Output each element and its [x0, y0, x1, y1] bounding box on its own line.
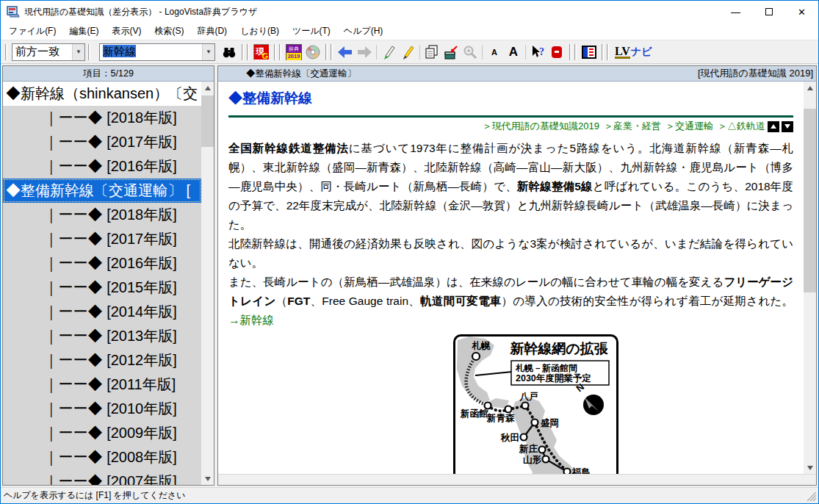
- maximize-icon: [765, 8, 773, 15]
- up-triangle-icon: [771, 124, 776, 129]
- list-item-label: ｜ーー◆ [2008年版]: [44, 449, 177, 465]
- map-title: 新幹線網の拡張: [509, 341, 608, 356]
- zoom-button[interactable]: [461, 43, 480, 61]
- list-scrollbar-thumb[interactable]: [201, 96, 214, 147]
- capture-button[interactable]: [441, 43, 461, 61]
- list-item[interactable]: ｜ーー◆ [2017年版]: [3, 130, 201, 154]
- menu-dictionary[interactable]: 辞典(D): [190, 23, 234, 40]
- toolbar-gripper[interactable]: [273, 44, 283, 60]
- list-item[interactable]: ｜ーー◆ [2016年版]: [3, 251, 201, 276]
- search-mode-select[interactable]: 前方一致 ▼: [12, 43, 85, 61]
- app-icon: [7, 6, 20, 18]
- cd-button[interactable]: [303, 43, 322, 61]
- item-list-panel: 項目：5/129 ◆新幹線（shinkansen）〔交｜ーー◆ [2018年版]…: [2, 65, 214, 486]
- pin-button[interactable]: [547, 43, 566, 61]
- breadcrumb: ＞現代用語の基礎知識2019＞産業・経営＞交通運輸＞△鉄軌道: [478, 120, 765, 133]
- toolbar-gripper[interactable]: [568, 44, 578, 60]
- context-help-button[interactable]: ?: [528, 43, 547, 61]
- scroll-down-icon[interactable]: [804, 461, 816, 474]
- menu-file[interactable]: ファイル(F): [2, 23, 62, 40]
- dictionary-2019-icon: 辞典 2019: [286, 44, 302, 60]
- list-item[interactable]: ｜ーー◆ [2013年版]: [3, 324, 201, 348]
- menu-view[interactable]: 表示(V): [105, 23, 148, 40]
- menu-edit[interactable]: 編集(E): [62, 23, 105, 40]
- list-item-label: ｜ーー◆ [2011年版]: [44, 376, 176, 392]
- toolbar-gripper[interactable]: [240, 44, 250, 60]
- list-item[interactable]: ｜ーー◆ [2011年版]: [3, 372, 201, 397]
- menu-tools[interactable]: ツール(T): [286, 23, 337, 40]
- list-item[interactable]: ｜ーー◆ [2018年版]: [3, 203, 201, 227]
- list-item-label: ｜ーー◆ [2014年版]: [44, 303, 177, 320]
- status-bar: ヘルプを表示するには [F1] を押してください: [1, 487, 818, 503]
- toolbar-gripper[interactable]: [324, 44, 334, 60]
- breadcrumb-row: ＞現代用語の基礎知識2019＞産業・経営＞交通運輸＞△鉄軌道: [228, 120, 793, 133]
- article-body: 全国新幹線鉄道整備法に基づいて1973年に整備計画が決まった5路線をいう。北海道…: [228, 139, 793, 330]
- list-item[interactable]: ◆新幹線（shinkansen）〔交: [3, 82, 201, 106]
- list-item[interactable]: ｜ーー◆ [2016年版]: [3, 154, 201, 179]
- dropdown-arrow-icon[interactable]: ▼: [72, 44, 84, 60]
- menu-bar: ファイル(F) 編集(E) 表示(V) 検索(S) 辞典(D) しおり(B) ツ…: [1, 23, 818, 40]
- list-item[interactable]: ◆整備新幹線〔交通運輸〕 [: [3, 179, 201, 203]
- list-item-label: ｜ーー◆ [2012年版]: [44, 352, 177, 368]
- related-entry-link[interactable]: →新幹線: [228, 314, 274, 326]
- pencil-button[interactable]: [398, 43, 417, 61]
- next-entry-button[interactable]: [782, 121, 793, 132]
- forward-button[interactable]: [355, 43, 374, 61]
- lv-navi-button[interactable]: LV ナビ: [615, 46, 652, 59]
- list-item[interactable]: ｜ーー◆ [2012年版]: [3, 348, 201, 372]
- list-item[interactable]: ｜ーー◆ [2010年版]: [3, 397, 201, 421]
- toolbar-gripper[interactable]: [87, 44, 92, 60]
- breadcrumb-item[interactable]: ＞交通運輸: [665, 120, 713, 133]
- menu-search[interactable]: 検索(S): [148, 23, 190, 40]
- minimize-button[interactable]: —: [719, 1, 752, 23]
- marker-pen-icon: [380, 43, 397, 61]
- dictionary-2019-button[interactable]: 辞典 2019: [284, 43, 303, 61]
- marker-button[interactable]: [379, 43, 398, 61]
- back-arrow-icon: [337, 46, 353, 59]
- list-scrollbar[interactable]: [201, 82, 214, 485]
- prev-entry-button[interactable]: [768, 121, 779, 132]
- help-cursor-icon: ?: [529, 44, 546, 60]
- breadcrumb-item[interactable]: ＞現代用語の基礎知識2019: [483, 120, 599, 133]
- breadcrumb-item[interactable]: ＞△鉄軌道: [718, 120, 765, 133]
- list-item[interactable]: ｜ーー◆ [2017年版]: [3, 227, 201, 251]
- list-item-label: ｜ーー◆ [2016年版]: [44, 158, 177, 174]
- article-scrollbar-track[interactable]: [804, 94, 816, 461]
- back-button[interactable]: [336, 43, 355, 61]
- down-triangle-icon: [784, 124, 790, 129]
- content-area: 項目：5/129 ◆新幹線（shinkansen）〔交｜ーー◆ [2018年版]…: [1, 64, 818, 487]
- font-larger-button[interactable]: A: [504, 43, 523, 61]
- list-item[interactable]: ｜ーー◆ [2007年版]: [3, 469, 201, 485]
- search-input[interactable]: 新幹線 ▼: [99, 43, 215, 61]
- list-item[interactable]: ｜ーー◆ [2008年版]: [3, 445, 201, 469]
- list-item[interactable]: ｜ーー◆ [2018年版]: [3, 106, 201, 130]
- scroll-up-icon[interactable]: [804, 82, 816, 94]
- menu-bookmark[interactable]: しおり(B): [234, 23, 286, 40]
- station-label: 盛岡: [540, 418, 559, 428]
- article-scrollbar-thumb[interactable]: [804, 109, 816, 292]
- article-title: ◆整備新幹線: [228, 89, 793, 108]
- list-item[interactable]: ｜ーー◆ [2009年版]: [3, 421, 201, 445]
- article-horizontal-scrollbar[interactable]: [218, 474, 816, 485]
- resize-grip-icon[interactable]: [807, 492, 817, 502]
- close-button[interactable]: ✕: [785, 1, 818, 23]
- list-item-label: ｜ーー◆ [2007年版]: [44, 473, 177, 485]
- dropdown-arrow-icon[interactable]: ▼: [202, 44, 214, 60]
- toolbar-gripper[interactable]: [4, 44, 9, 60]
- list-scrollbar-track[interactable]: [201, 94, 214, 472]
- split-view-button[interactable]: [580, 43, 599, 61]
- toolbar-gripper[interactable]: [600, 44, 610, 60]
- maximize-button[interactable]: [752, 1, 785, 23]
- list-item[interactable]: ｜ーー◆ [2014年版]: [3, 300, 201, 324]
- list-item[interactable]: ｜ーー◆ [2015年版]: [3, 276, 201, 300]
- breadcrumb-item[interactable]: ＞産業・経営: [604, 120, 661, 133]
- font-smaller-button[interactable]: A: [485, 43, 504, 61]
- scroll-down-icon[interactable]: [201, 472, 214, 485]
- map-figure: 札幌－新函館間 2030年度開業予定 新幹線網の拡張 N: [453, 334, 618, 474]
- dictionary-gendai-button[interactable]: 現 G: [252, 43, 271, 61]
- scroll-up-icon[interactable]: [201, 82, 214, 94]
- menu-help[interactable]: ヘルプ(H): [337, 23, 390, 40]
- article-scrollbar[interactable]: [804, 82, 816, 474]
- copy-button[interactable]: [422, 43, 441, 61]
- search-button[interactable]: [220, 43, 239, 61]
